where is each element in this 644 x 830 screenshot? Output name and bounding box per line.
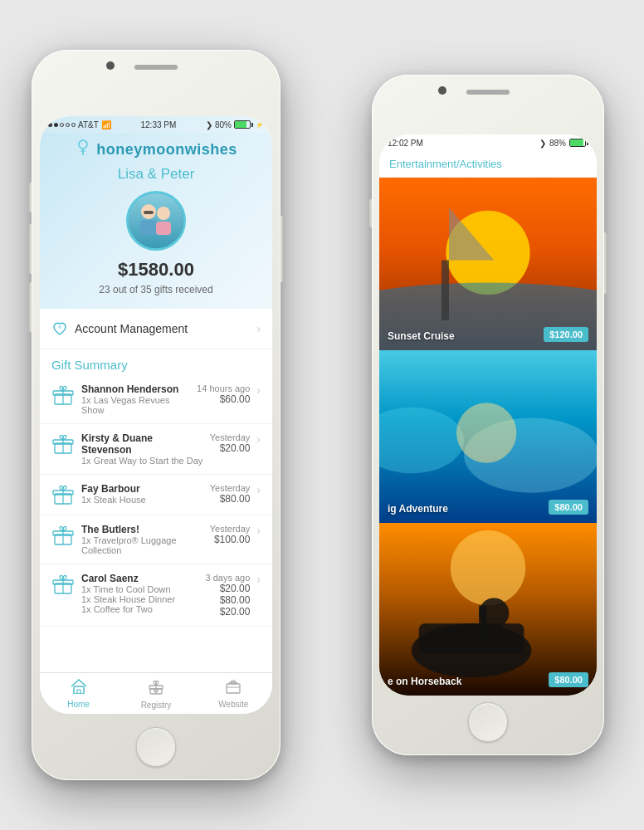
gift-5-desc1: 1x Time to Cool Down xyxy=(81,584,199,594)
phone-2-power-button xyxy=(604,232,607,294)
tab-registry[interactable]: Registry xyxy=(117,678,194,710)
activity-card-3[interactable]: e on Horseback $80.00 xyxy=(379,523,597,696)
screen-content[interactable]: Account Management › Gift Summary xyxy=(40,309,272,672)
svg-rect-23 xyxy=(144,211,154,214)
gift-5-amount3: $20.00 xyxy=(206,606,251,618)
time-1: 12:33 PM xyxy=(141,120,177,129)
gift-3-details: Fay Barbour 1x Steak House xyxy=(81,483,203,505)
gift-4-details: The Butlers! 1x Travelpro® Luggage Colle… xyxy=(81,524,203,555)
gift-1-meta: 14 hours ago $60.00 xyxy=(197,383,250,405)
phone-1-home-button[interactable] xyxy=(136,727,176,767)
status-bar-2: 12:02 PM ❯ 88% xyxy=(379,134,597,151)
gift-icon-3 xyxy=(51,483,75,506)
gift-5-time: 3 days ago xyxy=(206,573,251,583)
svg-point-8 xyxy=(456,403,516,462)
tab-website[interactable]: Website xyxy=(195,679,272,709)
gift-5-amount1: $20.00 xyxy=(206,583,251,594)
carrier-name: AT&T xyxy=(78,120,99,129)
charging-icon: ⚡ xyxy=(256,121,264,129)
phone-1-volume-up xyxy=(29,224,32,274)
phone-2: 12:02 PM ❯ 88% Entertainment/Activities xyxy=(372,75,604,755)
gift-4-time: Yesterday xyxy=(210,524,251,534)
card-3-price: $80.00 xyxy=(549,672,588,687)
svg-point-24 xyxy=(58,325,61,329)
phone-2-speaker xyxy=(466,90,510,95)
signal-dot-3 xyxy=(60,123,64,127)
gift-item-5[interactable]: Carol Saenz 1x Time to Cool Down 1x Stea… xyxy=(40,564,272,627)
gift-5-name: Carol Saenz xyxy=(81,573,199,584)
gift-2-meta: Yesterday $20.00 xyxy=(210,432,251,454)
gift-5-amount2: $80.00 xyxy=(206,594,251,606)
gift-item-4[interactable]: The Butlers! 1x Travelpro® Luggage Colle… xyxy=(40,515,272,564)
gift-5-meta: 3 days ago $20.00 $80.00 $20.00 xyxy=(206,573,251,618)
gift-icon-5 xyxy=(51,573,75,596)
home-icon xyxy=(71,679,87,698)
phone-1-power-button xyxy=(281,216,283,282)
avatar xyxy=(126,191,186,251)
status-right: ❯ 80% ⚡ xyxy=(206,120,264,129)
bluetooth-1-icon: ❯ xyxy=(206,120,212,129)
phone-2-home-button[interactable] xyxy=(468,702,508,742)
gift-tab-icon xyxy=(148,678,164,699)
svg-rect-46 xyxy=(227,684,240,693)
gift-3-time: Yesterday xyxy=(210,483,251,493)
svg-rect-18 xyxy=(129,193,183,248)
phone-1-speaker xyxy=(134,65,178,70)
app-header: honeymoonwishes Lisa & Peter xyxy=(40,133,272,309)
card-3-label: e on Horseback xyxy=(388,676,461,687)
gift-4-chevron: › xyxy=(256,524,261,537)
gift-2-amount: $20.00 xyxy=(210,442,251,454)
svg-rect-12 xyxy=(419,623,524,653)
app-logo: honeymoonwishes xyxy=(50,139,262,159)
gift-2-time: Yesterday xyxy=(210,432,251,442)
gift-1-details: Shannon Henderson 1x Las Vegas Revues Sh… xyxy=(81,383,190,415)
account-management-label: Account Management xyxy=(75,322,188,335)
battery-pct-1: 80% xyxy=(215,120,232,129)
phone-1-camera xyxy=(106,61,115,70)
gift-item-2[interactable]: Kirsty & Duane Stevenson 1x Great Way to… xyxy=(40,424,272,475)
tab-website-label: Website xyxy=(218,700,248,709)
gift-5-desc2: 1x Steak House Dinner xyxy=(81,594,199,604)
category-title: Entertainment/Activities xyxy=(389,158,587,170)
gift-4-meta: Yesterday $100.00 xyxy=(210,524,251,545)
scene: 12:02 PM ❯ 88% Entertainment/Activities xyxy=(7,17,637,813)
phone-2-camera xyxy=(438,86,446,95)
account-management-left: Account Management xyxy=(51,320,188,337)
signal-dots xyxy=(48,123,76,127)
activity-card-1[interactable]: Sunset Cruise $120.00 xyxy=(379,178,597,350)
couple-name: Lisa & Peter xyxy=(50,166,262,183)
gift-2-chevron: › xyxy=(256,432,261,446)
logo-icon xyxy=(75,139,91,159)
svg-point-10 xyxy=(451,530,525,605)
gift-item-3[interactable]: Fay Barbour 1x Steak House Yesterday $80… xyxy=(40,475,272,515)
gift-summary-header: Gift Summary xyxy=(40,349,272,375)
gift-4-desc: 1x Travelpro® Luggage Collection xyxy=(81,535,203,555)
gift-5-chevron: › xyxy=(256,573,261,586)
tab-home[interactable]: Home xyxy=(40,679,117,709)
card-2-label: ig Adventure xyxy=(388,503,448,515)
gifts-count: 23 out of 35 gifts received xyxy=(50,284,262,295)
phone-2-screen: 12:02 PM ❯ 88% Entertainment/Activities xyxy=(379,134,597,696)
gift-item-1[interactable]: Shannon Henderson 1x Las Vegas Revues Sh… xyxy=(40,375,272,424)
logo-text: honeymoonwishes xyxy=(96,141,237,159)
account-management-row[interactable]: Account Management › xyxy=(40,309,272,349)
tab-home-label: Home xyxy=(67,700,90,709)
total-amount: $1580.00 xyxy=(50,259,262,281)
screen-2-content: 12:02 PM ❯ 88% Entertainment/Activities xyxy=(379,134,597,696)
heart-icon xyxy=(51,320,68,337)
status-bar-1: AT&T 📶 12:33 PM ❯ 80% ⚡ xyxy=(40,116,272,133)
battery-1 xyxy=(234,120,253,129)
activity-cards: Sunset Cruise $120.00 xyxy=(379,178,597,696)
gift-2-name: Kirsty & Duane Stevenson xyxy=(81,432,203,456)
signal-dot-5 xyxy=(71,123,76,127)
activity-card-2[interactable]: ig Adventure $80.00 xyxy=(379,350,597,523)
signal-dot-2 xyxy=(54,123,58,127)
gift-1-name: Shannon Henderson xyxy=(81,383,190,395)
svg-rect-22 xyxy=(156,222,171,235)
card-2-price: $80.00 xyxy=(549,500,588,515)
gift-4-amount: $100.00 xyxy=(210,534,251,545)
gift-2-desc: 1x Great Way to Start the Day xyxy=(81,456,203,466)
gift-2-details: Kirsty & Duane Stevenson 1x Great Way to… xyxy=(81,432,203,466)
gift-icon-2 xyxy=(51,432,75,456)
gift-3-meta: Yesterday $80.00 xyxy=(210,483,251,505)
